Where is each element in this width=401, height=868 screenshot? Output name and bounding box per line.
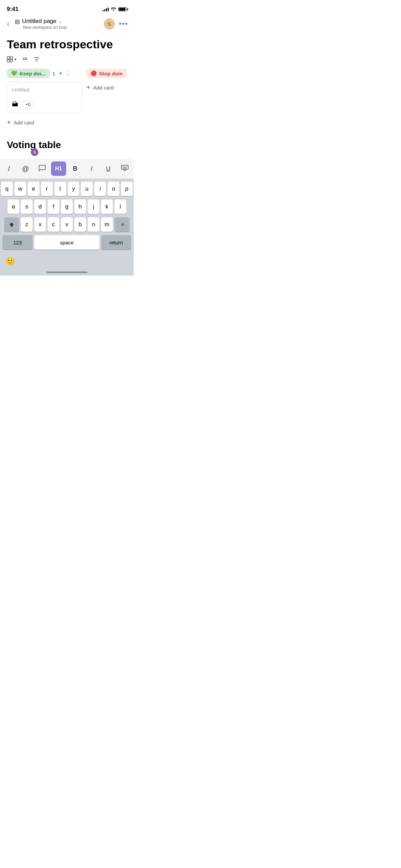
add-card-icon: + — [7, 119, 11, 126]
key-v[interactable]: v — [61, 217, 73, 232]
more-options-button[interactable]: ••• — [119, 20, 128, 28]
slash-icon: / — [8, 165, 10, 173]
shift-key[interactable] — [4, 217, 19, 232]
sort-button[interactable] — [22, 56, 28, 62]
key-n[interactable]: n — [88, 217, 99, 232]
content-toolbar: ▾ — [7, 56, 127, 62]
underline-icon: U — [106, 165, 110, 172]
key-a[interactable]: a — [8, 200, 19, 214]
stop-label-text: Stop doin — [99, 71, 123, 76]
grid-view-button[interactable]: ▾ — [7, 56, 16, 62]
slash-command-button[interactable]: / — [1, 161, 16, 176]
svg-rect-10 — [121, 165, 128, 169]
add-card-button-keep[interactable]: + Add card — [7, 117, 82, 129]
svg-rect-0 — [7, 57, 10, 59]
underline-button[interactable]: U — [101, 161, 116, 176]
keyboard-row-2: a s d f g h j k l — [1, 200, 133, 214]
numbers-key[interactable]: 123 — [2, 235, 33, 250]
document-icon: ▤ — [15, 18, 20, 25]
key-e[interactable]: e — [28, 182, 39, 196]
page-heading: Team retrospective — [7, 38, 127, 51]
keep-label-text: Keep doi... — [20, 71, 46, 76]
key-b[interactable]: b — [74, 217, 86, 232]
key-c[interactable]: c — [48, 217, 59, 232]
vote-badge[interactable]: +0 — [22, 101, 34, 108]
key-u[interactable]: u — [81, 182, 93, 196]
keep-count: 1 — [52, 71, 55, 76]
status-time: 9:41 — [7, 6, 19, 13]
keyboard-dismiss-button[interactable] — [117, 161, 132, 176]
stop-doing-label[interactable]: 🔴 Stop doin — [86, 69, 127, 78]
h1-label: H1 — [55, 166, 62, 172]
space-key[interactable]: space — [34, 235, 99, 250]
emoji-button[interactable]: 🙂 — [5, 257, 15, 266]
keyboard-icon — [121, 165, 129, 173]
mention-button[interactable]: @ — [18, 161, 33, 176]
columns-container: 💚 Keep doi... 1 + ⋮ Untitled 🏔 +0 + Add … — [7, 69, 127, 129]
key-q[interactable]: q — [1, 182, 13, 196]
key-d[interactable]: d — [34, 200, 46, 214]
key-r[interactable]: r — [41, 182, 53, 196]
keep-emoji: 💚 — [11, 70, 17, 76]
key-p[interactable]: p — [121, 182, 133, 196]
key-j[interactable]: j — [88, 200, 99, 214]
return-key[interactable]: return — [101, 235, 131, 250]
backspace-key[interactable] — [114, 217, 130, 232]
voting-section: Voting table S — [7, 140, 127, 150]
card-emoji: 🏔 — [12, 101, 18, 108]
add-card-icon-stop: + — [86, 84, 90, 92]
back-button[interactable]: ‹ — [5, 18, 11, 30]
key-o[interactable]: o — [108, 182, 119, 196]
keyboard-row-3: z x c v b n m — [1, 217, 133, 232]
svg-rect-1 — [10, 57, 13, 59]
key-k[interactable]: k — [101, 200, 113, 214]
add-card-label-stop: Add card — [93, 85, 114, 91]
key-y[interactable]: y — [68, 182, 80, 196]
at-icon: @ — [22, 165, 29, 173]
add-card-label: Add card — [14, 120, 34, 125]
bold-button[interactable]: B — [68, 161, 83, 176]
content-area: Team retrospective ▾ — [0, 33, 134, 159]
key-l[interactable]: l — [114, 200, 126, 214]
status-icons — [102, 7, 127, 12]
keep-more-button[interactable]: ⋮ — [65, 70, 71, 77]
page-title[interactable]: Untitled page — [22, 18, 56, 25]
key-i[interactable]: i — [94, 182, 106, 196]
section-title: Voting table — [7, 140, 127, 150]
key-m[interactable]: m — [101, 217, 113, 232]
home-indicator — [0, 269, 134, 276]
keep-add-button[interactable]: + — [59, 70, 63, 77]
emoji-row: 🙂 — [0, 254, 134, 269]
chevron-down-icon[interactable]: ⌄ — [59, 19, 63, 24]
key-f[interactable]: f — [48, 200, 59, 214]
italic-button[interactable]: I — [84, 161, 99, 176]
key-s[interactable]: s — [21, 200, 33, 214]
wifi-icon — [111, 7, 116, 12]
key-x[interactable]: x — [34, 217, 46, 232]
add-card-button-stop[interactable]: + Add card — [86, 82, 134, 94]
h1-button[interactable]: H1 — [51, 161, 66, 176]
stop-doing-column: 🔴 Stop doin + Add card — [86, 69, 134, 129]
keep-doing-header: 💚 Keep doi... 1 + ⋮ — [7, 69, 82, 78]
avatar[interactable]: S — [104, 19, 115, 29]
key-w[interactable]: w — [14, 182, 26, 196]
key-t[interactable]: t — [54, 182, 66, 196]
user-cursor: S — [31, 148, 38, 156]
key-z[interactable]: z — [21, 217, 33, 232]
svg-rect-3 — [10, 60, 13, 62]
bold-icon: B — [73, 165, 77, 172]
page-info: ▤ Untitled page ⌄ New workspace on loop — [15, 18, 66, 30]
keep-doing-label[interactable]: 💚 Keep doi... — [7, 69, 50, 78]
signal-icon — [102, 7, 109, 11]
stop-doing-header: 🔴 Stop doin — [86, 69, 134, 78]
key-g[interactable]: g — [61, 200, 73, 214]
card-untitled[interactable]: Untitled 🏔 +0 — [7, 82, 82, 113]
card-title: Untitled — [12, 87, 77, 93]
workspace-subtitle: New workspace on loop — [23, 25, 66, 30]
battery-icon — [118, 7, 127, 11]
stop-emoji: 🔴 — [90, 70, 97, 76]
filter-button[interactable] — [34, 56, 40, 62]
italic-icon: I — [91, 165, 93, 172]
key-h[interactable]: h — [74, 200, 86, 214]
comment-button[interactable] — [35, 161, 50, 176]
